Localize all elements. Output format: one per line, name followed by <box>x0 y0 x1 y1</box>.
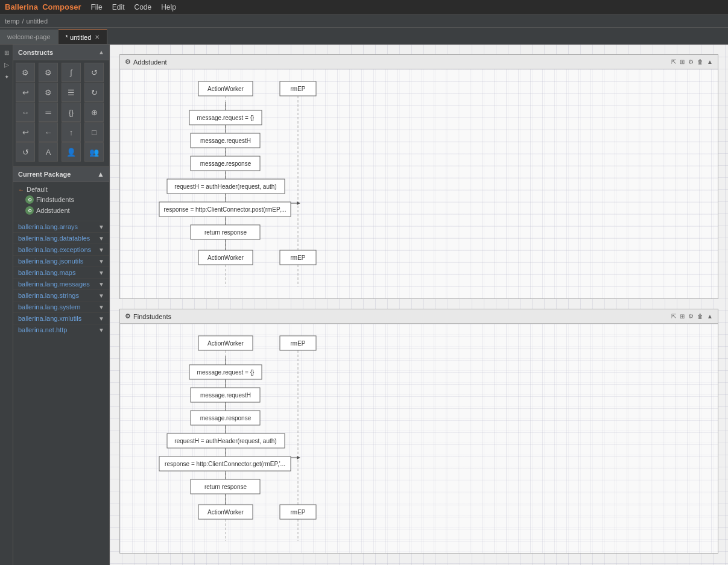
construct-up[interactable]: ↑ <box>62 122 81 142</box>
menu-edit[interactable]: Edit <box>112 3 125 11</box>
construct-assign[interactable]: ↔ <box>16 103 35 122</box>
menu-file[interactable]: File <box>90 3 102 11</box>
pkg-messages-expand[interactable]: ▼ <box>98 281 104 288</box>
addstudent-action-view[interactable]: ⊞ <box>680 58 685 65</box>
pkg-findstudents[interactable]: ⚙ Findstudents <box>13 194 109 205</box>
construct-user[interactable]: 👤 <box>62 142 81 162</box>
svg-text:ActionWorker: ActionWorker <box>207 509 244 516</box>
svg-text:message.response: message.response <box>200 160 252 167</box>
svg-text:message.requestH: message.requestH <box>200 392 251 399</box>
pkg-datatables-expand[interactable]: ▼ <box>98 235 104 242</box>
pkg-exceptions-expand[interactable]: ▼ <box>98 247 104 253</box>
pkg-list-nethttp[interactable]: ballerina.net.http ▼ <box>13 324 109 335</box>
pkg-list-strings[interactable]: ballerina.lang.strings ▼ <box>13 289 109 301</box>
addstudent-title-text: Addstudent <box>133 58 167 66</box>
svg-text:message.requestH: message.requestH <box>200 137 251 144</box>
construct-add[interactable]: ⊕ <box>84 103 104 122</box>
current-package-chevron[interactable]: ▲ <box>97 170 104 178</box>
construct-text[interactable]: A <box>39 142 58 162</box>
canvas-area[interactable]: ⚙ Addstudent ⇱ ⊞ ⚙ 🗑 ▲ <box>110 45 728 565</box>
addstudent-action-export[interactable]: ⇱ <box>671 58 676 65</box>
construct-box[interactable]: □ <box>84 122 104 142</box>
findstudents-action-settings[interactable]: ⚙ <box>688 313 694 320</box>
pkg-system-expand[interactable]: ▼ <box>98 304 104 311</box>
pkg-list-exceptions[interactable]: ballerina.lang.exceptions ▼ <box>13 244 109 255</box>
construct-return[interactable]: ↩ <box>16 83 35 102</box>
pkg-default[interactable]: ← Default <box>13 185 109 194</box>
addstudent-action-settings[interactable]: ⚙ <box>688 58 694 65</box>
tab-untitled-close[interactable]: ✕ <box>95 34 100 40</box>
addstudent-action-delete[interactable]: 🗑 <box>697 58 703 65</box>
construct-function[interactable]: ⚙ <box>39 63 58 82</box>
addstudent-diagram: ⚙ Addstudent ⇱ ⊞ ⚙ 🗑 ▲ <box>119 54 718 299</box>
tab-untitled[interactable]: * untitled ✕ <box>59 30 108 44</box>
pkg-findstudents-icon: ⚙ <box>25 195 34 204</box>
svg-text:message.request = {}: message.request = {} <box>197 369 255 376</box>
pkg-list-maps[interactable]: ballerina.lang.maps ▼ <box>13 267 109 278</box>
findstudents-canvas: ActionWorker rmEP message.request = {} m… <box>120 324 718 553</box>
construct-users[interactable]: 👥 <box>84 142 104 162</box>
svg-text:response = http:ClientConnecto: response = http:ClientConnector.post(rmE… <box>164 206 286 213</box>
svg-marker-3 <box>297 201 300 205</box>
left-icon-0[interactable]: ⊞ <box>1 47 12 58</box>
construct-settings[interactable]: ⚙ <box>39 83 58 102</box>
breadcrumb: temp / untitled <box>0 14 728 28</box>
construct-left[interactable]: ← <box>39 122 58 142</box>
pkg-maps-label: ballerina.lang.maps <box>18 269 75 276</box>
construct-integral[interactable]: ∫ <box>62 63 81 82</box>
pkg-addstudent-label: Addstudent <box>36 207 70 214</box>
construct-service[interactable]: ⚙ <box>16 63 35 82</box>
construct-loop[interactable]: ↻ <box>84 83 104 102</box>
construct-back[interactable]: ↩ <box>16 122 35 142</box>
menu-code[interactable]: Code <box>134 3 151 11</box>
findstudents-action-collapse[interactable]: ▲ <box>707 313 713 320</box>
pkg-addstudent[interactable]: ⚙ Addstudent <box>13 205 109 216</box>
tab-welcome[interactable]: welcome-page <box>0 30 59 44</box>
pkg-xmlutils-expand[interactable]: ▼ <box>98 315 104 322</box>
pkg-arrays-expand[interactable]: ▼ <box>98 224 104 230</box>
pkg-nethttp-expand[interactable]: ▼ <box>98 327 104 333</box>
pkg-list-arrays[interactable]: ballerina.lang.arrays ▼ <box>13 221 109 232</box>
pkg-jsonutils-expand[interactable]: ▼ <box>98 258 104 265</box>
pkg-list-datatables[interactable]: ballerina.lang.datatables ▼ <box>13 232 109 244</box>
addstudent-actions: ⇱ ⊞ ⚙ 🗑 ▲ <box>671 58 713 65</box>
svg-text:rmEP: rmEP <box>291 254 306 261</box>
svg-text:return response: return response <box>204 229 247 236</box>
svg-text:rmEP: rmEP <box>291 340 306 347</box>
tab-welcome-label: welcome-page <box>7 33 51 40</box>
pkg-list-messages[interactable]: ballerina.lang.messages ▼ <box>13 278 109 289</box>
findstudents-action-view[interactable]: ⊞ <box>680 313 685 320</box>
construct-var[interactable]: {} <box>62 103 81 122</box>
pkg-list-jsonutils[interactable]: ballerina.lang.jsonutils ▼ <box>13 255 109 267</box>
app-name: Ballerina Composer <box>5 2 81 11</box>
left-icons-panel: ⊞ ▷ ✦ <box>0 45 13 565</box>
pkg-addstudent-icon: ⚙ <box>25 206 34 215</box>
construct-cycle[interactable]: ↺ <box>16 142 35 162</box>
pkg-exceptions-label: ballerina.lang.exceptions <box>18 246 91 253</box>
findstudents-action-export[interactable]: ⇱ <box>671 313 676 320</box>
pkg-datatables-label: ballerina.lang.datatables <box>18 235 90 242</box>
svg-text:requestH = authHeader(request,: requestH = authHeader(request, auth) <box>174 183 276 190</box>
findstudents-actions: ⇱ ⊞ ⚙ 🗑 ▲ <box>671 313 713 320</box>
addstudent-title: ⚙ Addstudent <box>125 58 167 66</box>
svg-text:message.response: message.response <box>200 415 252 421</box>
breadcrumb-untitled: untitled <box>27 17 48 25</box>
menu-bar: Ballerina Composer File Edit Code Help <box>0 0 728 14</box>
pkg-jsonutils-label: ballerina.lang.jsonutils <box>18 257 83 265</box>
construct-rule[interactable]: ═ <box>39 103 58 122</box>
pkg-strings-expand[interactable]: ▼ <box>98 292 104 299</box>
construct-refresh[interactable]: ↺ <box>84 63 104 82</box>
left-icon-1[interactable]: ▷ <box>1 59 12 70</box>
left-icon-2[interactable]: ✦ <box>1 71 12 82</box>
menu-help[interactable]: Help <box>161 3 176 11</box>
findstudents-header: ⚙ Findstudents ⇱ ⊞ ⚙ 🗑 ▲ <box>120 309 718 324</box>
pkg-xmlutils-label: ballerina.lang.xmlutils <box>18 315 81 322</box>
findstudents-action-delete[interactable]: 🗑 <box>697 313 703 320</box>
findstudents-title-text: Findstudents <box>133 313 171 320</box>
pkg-maps-expand[interactable]: ▼ <box>98 270 104 276</box>
addstudent-action-collapse[interactable]: ▲ <box>707 58 713 65</box>
pkg-list-system[interactable]: ballerina.lang.system ▼ <box>13 301 109 312</box>
pkg-list-xmlutils[interactable]: ballerina.lang.xmlutils ▼ <box>13 312 109 324</box>
constructs-chevron[interactable]: ▲ <box>98 49 104 55</box>
construct-resource[interactable]: ☰ <box>62 83 81 102</box>
